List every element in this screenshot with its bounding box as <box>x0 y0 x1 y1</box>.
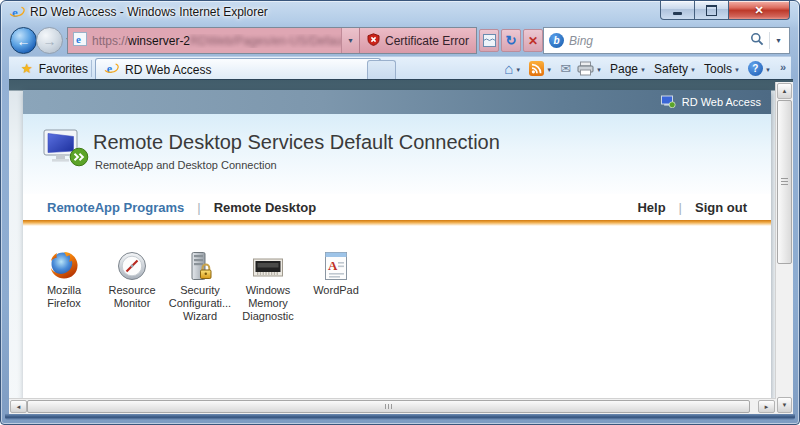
title-bar[interactable]: e RD Web Access - Windows Internet Explo… <box>1 1 799 24</box>
mail-icon: ✉ <box>560 61 571 76</box>
minimize-button[interactable] <box>660 1 695 20</box>
close-icon: ✕ <box>754 4 763 17</box>
help-link[interactable]: Help <box>637 200 665 215</box>
scroll-grip <box>781 178 788 186</box>
remote-desktop-services-icon <box>43 127 89 171</box>
tools-menu-button[interactable]: Tools ▼ <box>703 62 743 76</box>
browser-window: e RD Web Access - Windows Internet Explo… <box>0 0 800 425</box>
app-item-wordpad[interactable]: A WordPad <box>303 248 369 323</box>
stop-button[interactable]: ✕ <box>523 29 543 52</box>
print-button[interactable]: ▼ <box>576 61 605 76</box>
bing-logo-icon: b <box>549 33 564 48</box>
window-frame-bottom <box>5 414 795 420</box>
minimize-icon <box>673 12 682 15</box>
home-button[interactable]: ⌂ ▼ <box>503 61 524 76</box>
compatibility-view-button[interactable] <box>479 29 499 52</box>
rdweb-top-bar: RD Web Access <box>23 90 771 114</box>
page-menu-button[interactable]: Page ▼ <box>609 62 649 76</box>
down-arrow-icon: ▼ <box>782 402 788 408</box>
up-arrow-icon: ▲ <box>782 88 788 94</box>
chevron-down-icon: ▼ <box>690 67 696 73</box>
search-input[interactable]: Bing <box>569 34 745 48</box>
wordpad-icon: A <box>323 248 349 281</box>
back-button[interactable]: ← <box>10 27 37 54</box>
scroll-right-button[interactable]: ► <box>758 400 775 413</box>
certificate-error-label: Certificate Error <box>385 34 469 48</box>
app-item-mozilla-firefox[interactable]: Mozilla Firefox <box>31 248 97 323</box>
url-host: winserver-2 <box>128 34 190 48</box>
svg-text:e: e <box>12 5 18 20</box>
home-icon: ⌂ <box>504 61 513 76</box>
divider <box>91 60 92 77</box>
app-label: WordPad <box>299 284 373 297</box>
new-tab-stub[interactable] <box>367 60 396 81</box>
search-box[interactable]: b Bing ▼ <box>543 27 790 54</box>
scroll-left-button[interactable]: ◄ <box>10 400 27 413</box>
feeds-button[interactable]: ▼ <box>528 61 555 76</box>
favorites-star-icon: ★ <box>21 61 33 76</box>
search-options-dropdown[interactable]: ▼ <box>775 37 784 44</box>
address-buttons: ↻ ✕ <box>479 29 543 52</box>
page-subtitle: RemoteApp and Desktop Connection <box>95 159 277 171</box>
page-title: Remote Desktop Services Default Connecti… <box>93 131 500 154</box>
rdweb-badge-icon <box>661 95 676 110</box>
rdweb-content: RD Web Access Remote Desktop Services De… <box>23 90 771 400</box>
address-dropdown-button[interactable]: ▼ <box>341 28 359 53</box>
divider: | <box>197 200 200 215</box>
certificate-error-badge[interactable]: Certificate Error <box>359 28 476 53</box>
certificate-error-shield-icon <box>367 33 380 49</box>
tab-remoteapp-programs[interactable]: RemoteApp Programs <box>47 200 184 215</box>
app-item-windows-memory-diagnostic[interactable]: Windows Memory Diagnostic <box>235 248 301 323</box>
window-controls: ✕ <box>660 1 790 20</box>
scroll-down-button[interactable]: ▼ <box>777 397 792 413</box>
page-nav-left: RemoteApp Programs | Remote Desktop <box>47 200 316 215</box>
command-bar: ⌂ ▼ ▼ ✉ <box>503 58 788 79</box>
navigation-bar: ← → ▼ e https://winserver-2RDWeb/Pages/e… <box>9 25 791 55</box>
gauge-icon <box>117 248 147 281</box>
favorites-button[interactable]: ★ Favorites <box>12 59 97 78</box>
search-separator <box>769 32 770 49</box>
horizontal-scroll-thumb[interactable] <box>27 400 750 413</box>
tools-menu-label: Tools <box>704 62 732 76</box>
toolbar-overflow-button[interactable]: » <box>780 61 786 73</box>
help-icon: ? <box>748 61 763 76</box>
print-icon <box>577 61 594 76</box>
forward-button[interactable]: → <box>36 27 63 54</box>
app-item-resource-monitor[interactable]: Resource Monitor <box>99 248 165 323</box>
url-scheme: https:// <box>92 34 128 48</box>
server-lock-icon <box>185 248 215 281</box>
app-item-security-configuration-wizard[interactable]: Security Configurati... Wizard <box>167 248 233 323</box>
page-menu-label: Page <box>610 62 638 76</box>
horizontal-scrollbar[interactable]: ◄ ► <box>9 398 776 414</box>
safety-menu-button[interactable]: Safety ▼ <box>653 62 699 76</box>
svg-text:A: A <box>328 258 338 273</box>
tab-remote-desktop[interactable]: Remote Desktop <box>214 200 317 215</box>
close-button[interactable]: ✕ <box>728 1 790 20</box>
favorites-and-tab-bar: ★ Favorites e RD Web Access ⌂ ▼ <box>9 56 791 80</box>
tab-rd-web-access[interactable]: e RD Web Access <box>95 58 381 81</box>
app-label: Security Configurati... Wizard <box>163 284 237 323</box>
tab-favicon-icon: e <box>104 61 119 79</box>
scroll-up-button[interactable]: ▲ <box>777 83 792 99</box>
help-button[interactable]: ? ▼ <box>747 61 774 76</box>
maximize-button[interactable] <box>695 1 728 20</box>
remoteapp-programs-list: Mozilla Firefox Resource Monitor <box>23 226 771 323</box>
chevron-down-icon: ▼ <box>734 67 740 73</box>
search-icon[interactable] <box>750 32 764 50</box>
right-arrow-icon: ► <box>764 404 770 410</box>
svg-text:e: e <box>107 62 113 76</box>
chevron-down-icon: ▼ <box>765 67 771 73</box>
vertical-scrollbar[interactable]: ▲ ▼ <box>775 82 793 414</box>
refresh-button[interactable]: ↻ <box>501 29 521 52</box>
address-bar[interactable]: e https://winserver-2RDWeb/Pages/en-US/D… <box>67 27 477 54</box>
window-title: RD Web Access - Windows Internet Explore… <box>30 5 268 19</box>
url-text[interactable]: https://winserver-2RDWeb/Pages/en-US/Def… <box>92 34 341 48</box>
app-label: Resource Monitor <box>95 284 169 310</box>
url-redacted-path: RDWeb/Pages/en-US/Default.aspx <box>190 34 341 48</box>
vertical-scroll-thumb[interactable] <box>777 100 792 264</box>
compatibility-view-icon <box>482 33 497 48</box>
read-mail-button[interactable]: ✉ <box>559 61 572 76</box>
chevron-down-icon: ▼ <box>546 67 552 73</box>
sign-out-link[interactable]: Sign out <box>695 200 747 215</box>
rdweb-badge-label: RD Web Access <box>682 96 761 108</box>
